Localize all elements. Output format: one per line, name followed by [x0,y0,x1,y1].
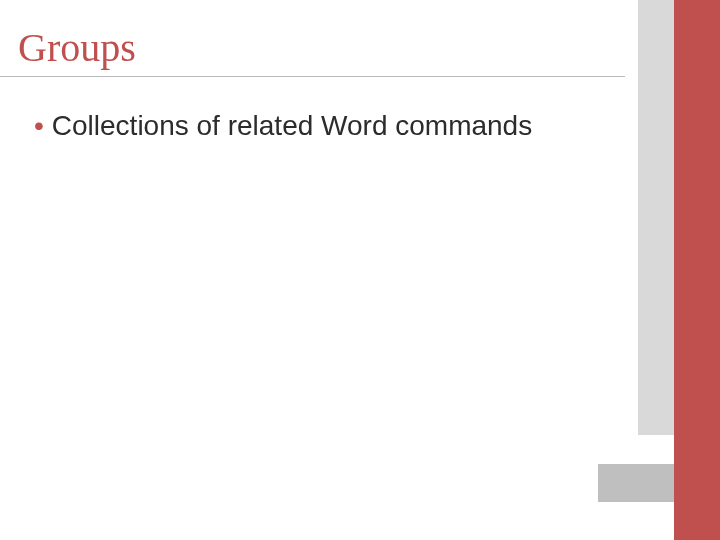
bullet-item: • Collections of related Word commands [34,108,594,143]
accent-bar-gray-bottom [598,464,674,502]
accent-bar-gray-top [638,0,674,435]
bullet-text: Collections of related Word commands [52,108,594,143]
slide: Groups • Collections of related Word com… [0,0,720,540]
slide-body: • Collections of related Word commands [34,108,594,143]
title-underline [0,76,625,77]
accent-bar-red [674,0,720,540]
slide-title: Groups [18,24,136,71]
bullet-icon: • [34,108,44,143]
